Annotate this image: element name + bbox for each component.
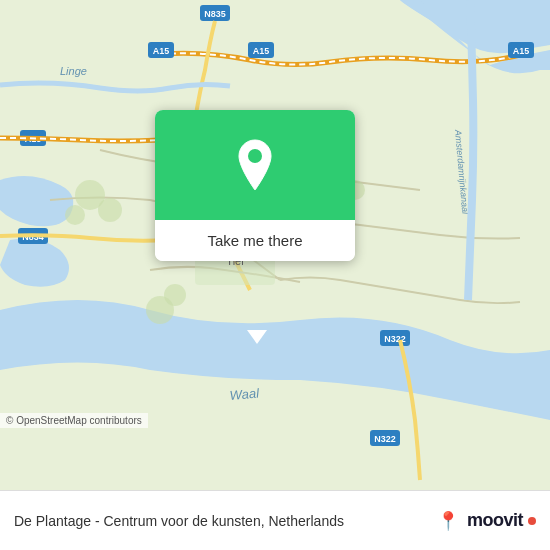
svg-point-29 xyxy=(248,149,262,163)
svg-point-24 xyxy=(65,205,85,225)
svg-text:A15: A15 xyxy=(153,46,170,56)
svg-text:N322: N322 xyxy=(374,434,396,444)
moovit-logo: moovit xyxy=(467,510,536,531)
popup-card: Take me there xyxy=(155,110,355,261)
bottom-bar: De Plantage - Centrum voor de kunsten, N… xyxy=(0,490,550,550)
svg-point-23 xyxy=(98,198,122,222)
location-name: De Plantage - Centrum voor de kunsten, N… xyxy=(14,513,429,529)
take-me-there-button[interactable]: Take me there xyxy=(155,220,355,261)
pin-emoji: 📍 xyxy=(437,510,459,532)
moovit-dot xyxy=(528,517,536,525)
map-attribution: © OpenStreetMap contributors xyxy=(0,413,148,428)
svg-text:A15: A15 xyxy=(513,46,530,56)
svg-text:A15: A15 xyxy=(253,46,270,56)
popup-tail xyxy=(247,330,267,344)
svg-text:Waal: Waal xyxy=(229,385,261,403)
svg-point-28 xyxy=(164,284,186,306)
moovit-logo-text: moovit xyxy=(467,510,523,531)
location-pin-icon xyxy=(233,138,277,192)
svg-text:Linge: Linge xyxy=(60,65,87,77)
svg-text:N835: N835 xyxy=(204,9,226,19)
popup-green-area xyxy=(155,110,355,220)
map-container: Waal A15 A15 A15 N835 A15 N834 xyxy=(0,0,550,490)
